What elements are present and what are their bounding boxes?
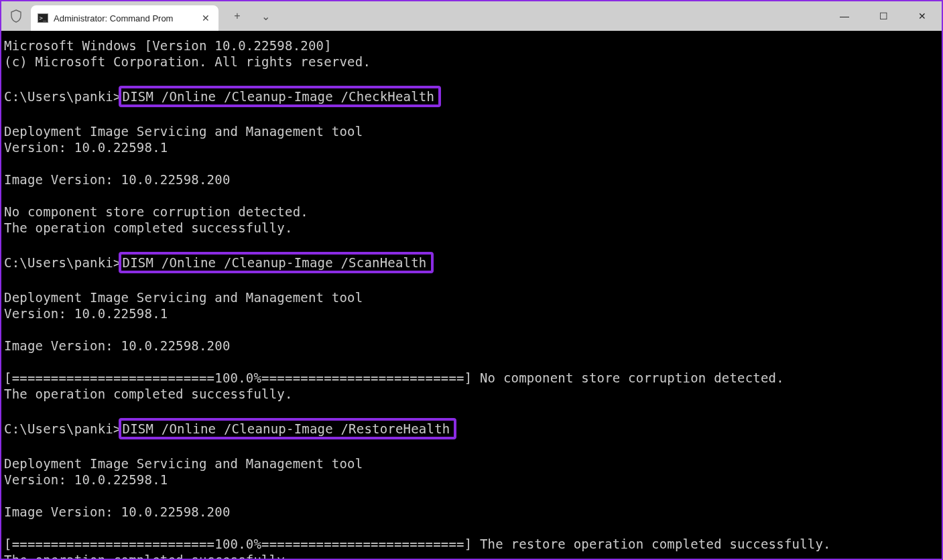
line: The operation completed successfully. (4, 553, 293, 559)
minimize-button[interactable]: — (825, 1, 864, 31)
line: Version: 10.0.22598.1 (4, 140, 168, 155)
new-tab-button[interactable]: + (231, 9, 244, 23)
tab-title: Administrator: Command Prom (54, 13, 194, 23)
line: Deployment Image Servicing and Managemen… (4, 124, 363, 139)
tab-actions: + ⌄ (218, 1, 284, 31)
prompt: C:\Users\panki> (4, 89, 121, 104)
line: Image Version: 10.0.22598.200 (4, 172, 231, 187)
line: No component store corruption detected. (4, 204, 308, 219)
line: Version: 10.0.22598.1 (4, 306, 168, 321)
close-button[interactable]: ✕ (903, 1, 942, 31)
titlebar: >_ Administrator: Command Prom ✕ + ⌄ — ☐… (1, 1, 942, 31)
tab-active[interactable]: >_ Administrator: Command Prom ✕ (31, 5, 218, 31)
window-controls: — ☐ ✕ (825, 1, 942, 31)
prompt: C:\Users\panki> (4, 421, 121, 436)
line: The operation completed successfully. (4, 387, 293, 401)
line: Deployment Image Servicing and Managemen… (4, 456, 363, 471)
line: [==========================100.0%=======… (4, 537, 831, 551)
line: [==========================100.0%=======… (4, 370, 784, 385)
cmd-icon: >_ (38, 13, 48, 23)
terminal-output[interactable]: Microsoft Windows [Version 10.0.22598.20… (1, 31, 942, 559)
command-highlight-restorehealth: DISM /Online /Cleanup-Image /RestoreHeal… (119, 418, 457, 439)
line: Deployment Image Servicing and Managemen… (4, 290, 363, 305)
app-window: >_ Administrator: Command Prom ✕ + ⌄ — ☐… (0, 0, 943, 560)
tab-close-button[interactable]: ✕ (200, 12, 212, 24)
command-highlight-checkhealth: DISM /Online /Cleanup-Image /CheckHealth (119, 86, 442, 107)
shield-icon (1, 1, 31, 31)
maximize-button[interactable]: ☐ (864, 1, 903, 31)
command-highlight-scanhealth: DISM /Online /Cleanup-Image /ScanHealth (119, 252, 434, 273)
prompt: C:\Users\panki> (4, 255, 121, 270)
line: Image Version: 10.0.22598.200 (4, 338, 231, 353)
tab-dropdown-button[interactable]: ⌄ (259, 9, 272, 23)
line: Image Version: 10.0.22598.200 (4, 504, 231, 519)
line: (c) Microsoft Corporation. All rights re… (4, 54, 371, 69)
line: Microsoft Windows [Version 10.0.22598.20… (4, 38, 332, 53)
line: Version: 10.0.22598.1 (4, 472, 168, 487)
line: The operation completed successfully. (4, 220, 293, 235)
